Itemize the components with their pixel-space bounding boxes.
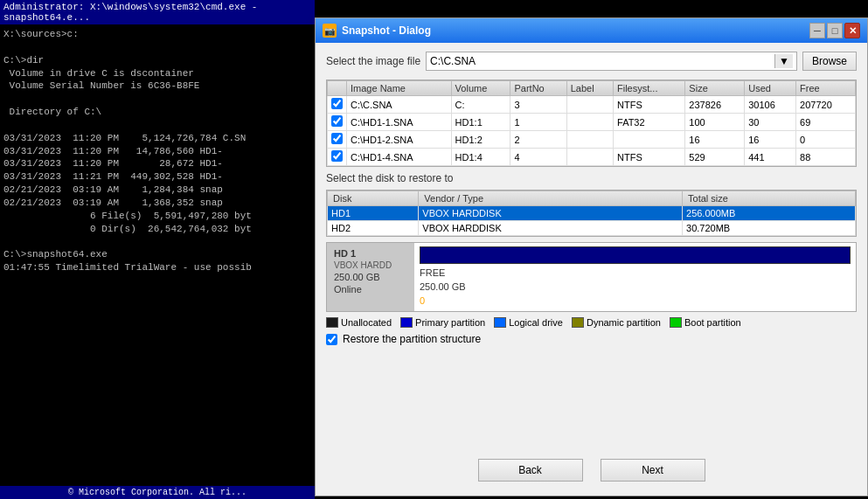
row-volume: HD1:1 (451, 114, 510, 131)
row-vendor: VBOX HARDDISK (419, 206, 683, 221)
legend-color-box (670, 317, 682, 328)
disk-info-right: FREE 250.00 GB 0 (414, 243, 856, 311)
row-free: 88 (796, 149, 856, 166)
cmd-footer: © Microsoft Corporation. All ri... (0, 486, 315, 499)
row-checkbox[interactable] (328, 114, 347, 131)
disk-name: HD 1 (334, 248, 407, 259)
browse-button[interactable]: Browse (802, 52, 857, 71)
dialog-titlebar: 📷 Snapshot - Dialog ─ □ ✕ (316, 18, 867, 43)
col-used: Used (745, 81, 796, 96)
row-partno: 3 (510, 96, 566, 114)
col-partno: PartNo (510, 81, 566, 96)
row-disk: HD1 (328, 206, 419, 221)
cmd-titlebar: Administrator: X:\windows\system32\cmd.e… (0, 0, 315, 24)
row-vendor: VBOX HARDDISK (419, 221, 683, 236)
row-filesystem: NTFS (614, 149, 685, 166)
snapshot-dialog: 📷 Snapshot - Dialog ─ □ ✕ Select the ima… (315, 17, 868, 496)
select-disk-label: Select the disk to restore to (326, 172, 857, 184)
row-free: 207720 (796, 96, 856, 114)
minimize-button[interactable]: ─ (809, 23, 825, 38)
col-volume: Volume (451, 81, 510, 96)
col-total-size: Total size (683, 191, 856, 206)
col-filesystem: Filesyst... (614, 81, 685, 96)
row-total-size: 256.000MB (683, 206, 856, 221)
row-used: 30 (745, 114, 796, 131)
image-table-row[interactable]: C:\HD1-1.SNA HD1:1 1 FAT32 100 30 69 (328, 114, 856, 131)
row-volume: C: (451, 96, 510, 114)
disk-free-count: 0 (420, 295, 851, 306)
restore-checkbox[interactable] (326, 334, 337, 345)
row-filesystem: FAT32 (614, 114, 685, 131)
dialog-titlebar-left: 📷 Snapshot - Dialog (323, 24, 431, 38)
legend-label: Logical drive (509, 317, 563, 328)
legend-color-box (494, 317, 506, 328)
maximize-button[interactable]: □ (827, 23, 843, 38)
legend-color-box (326, 317, 338, 328)
image-file-combo[interactable]: C:\C.SNA ▼ (426, 52, 797, 71)
dialog-content: Select the image file C:\C.SNA ▼ Browse … (316, 43, 867, 496)
row-image-name: C:\C.SNA (347, 96, 452, 114)
legend-item: Unallocated (326, 317, 392, 328)
image-file-label: Select the image file (326, 55, 420, 67)
cmd-output: X:\sources>c: C:\>dir Volume in drive C … (3, 28, 311, 274)
image-table-row[interactable]: C:\HD1-4.SNA HD1:4 4 NTFS 529 441 88 (328, 149, 856, 166)
disk-table: Disk Vendor / Type Total size HD1 VBOX H… (326, 190, 857, 237)
row-used: 441 (745, 149, 796, 166)
row-label (566, 149, 613, 166)
disk-table-row[interactable]: HD1 VBOX HARDDISK 256.000MB (328, 206, 856, 221)
image-table-header: Image Name Volume PartNo Label Filesyst.… (328, 81, 856, 96)
legend-item: Boot partition (670, 317, 741, 328)
disk-table-row[interactable]: HD2 VBOX HARDDISK 30.720MB (328, 221, 856, 236)
legend-label: Unallocated (341, 317, 392, 328)
row-free: 0 (796, 131, 856, 149)
disk-info-panel: HD 1 VBOX HARDD 250.00 GB Online FREE 25… (326, 242, 857, 312)
row-label (566, 96, 613, 114)
row-checkbox[interactable] (328, 131, 347, 149)
row-checkbox[interactable] (328, 96, 347, 114)
col-image-name: Image Name (347, 81, 452, 96)
disk-bar (420, 246, 851, 264)
col-label: Label (566, 81, 613, 96)
disk-info-left: HD 1 VBOX HARDD 250.00 GB Online (327, 243, 414, 311)
legend-color-box (572, 317, 584, 328)
row-checkbox[interactable] (328, 149, 347, 166)
row-filesystem: NTFS (614, 96, 685, 114)
dialog-icon: 📷 (323, 24, 337, 38)
legend-label: Dynamic partition (587, 317, 661, 328)
disk-model: VBOX HARDD (334, 260, 407, 270)
legend-label: Boot partition (684, 317, 741, 328)
row-partno: 1 (510, 114, 566, 131)
row-free: 69 (796, 114, 856, 131)
row-image-name: C:\HD1-1.SNA (347, 114, 452, 131)
row-total-size: 30.720MB (683, 221, 856, 236)
close-button[interactable]: ✕ (844, 23, 860, 38)
disk-status: Online (334, 284, 407, 295)
legend-label: Primary partition (415, 317, 485, 328)
row-size: 100 (685, 114, 745, 131)
col-vendor: Vendor / Type (419, 191, 683, 206)
image-table-row[interactable]: C:\C.SNA C: 3 NTFS 237826 30106 207720 (328, 96, 856, 114)
row-filesystem (614, 131, 685, 149)
col-size: Size (685, 81, 745, 96)
image-file-row: Select the image file C:\C.SNA ▼ Browse (326, 52, 857, 71)
restore-label: Restore the partition structure (343, 333, 481, 345)
row-partno: 4 (510, 149, 566, 166)
combo-arrow-icon[interactable]: ▼ (774, 54, 793, 68)
button-row: Back Next (326, 459, 857, 487)
disk-table-header: Disk Vendor / Type Total size (328, 191, 856, 206)
next-button[interactable]: Next (601, 459, 705, 482)
row-image-name: C:\HD1-2.SNA (347, 131, 452, 149)
row-size: 237826 (685, 96, 745, 114)
row-used: 30106 (745, 96, 796, 114)
cmd-window: Administrator: X:\windows\system32\cmd.e… (0, 0, 315, 499)
col-checkbox (328, 81, 347, 96)
restore-row: Restore the partition structure (326, 333, 857, 345)
legend-item: Dynamic partition (572, 317, 661, 328)
row-disk: HD2 (328, 221, 419, 236)
image-table-row[interactable]: C:\HD1-2.SNA HD1:2 2 16 16 0 (328, 131, 856, 149)
col-free: Free (796, 81, 856, 96)
image-file-value: C:\C.SNA (430, 55, 476, 67)
back-button[interactable]: Back (478, 459, 583, 482)
legend-item: Logical drive (494, 317, 563, 328)
image-table: Image Name Volume PartNo Label Filesyst.… (326, 80, 857, 167)
